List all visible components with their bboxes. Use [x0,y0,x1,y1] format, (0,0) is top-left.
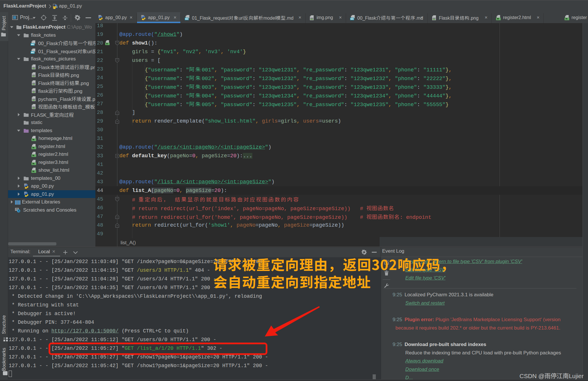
svg-text:MD: MD [185,18,188,20]
svg-text:MD: MD [350,18,354,20]
svg-text:MD: MD [31,51,34,54]
svg-text:MD: MD [31,43,34,46]
